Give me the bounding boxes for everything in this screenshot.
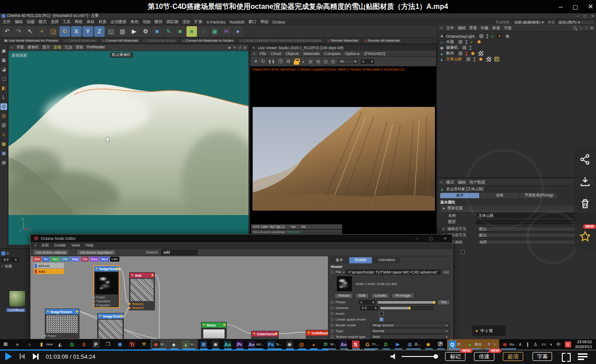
node-octdiffuse2[interactable]: OctDiffuse2 <box>306 330 328 339</box>
power-input[interactable]: 1.⇅ <box>359 300 376 305</box>
search-result-osl[interactable]: add.osl <box>34 263 64 268</box>
focus-icon[interactable]: ✶ <box>254 59 258 64</box>
tray-icon[interactable]: ∧ <box>518 342 521 347</box>
taskbar-item[interactable]: ▣ <box>114 339 126 349</box>
port-texture2[interactable]: Texture2 <box>130 306 154 310</box>
play-button[interactable] <box>5 352 12 360</box>
menu-item[interactable]: Materials <box>304 51 320 56</box>
taskbar-item[interactable]: Ae Ad... <box>246 339 265 349</box>
output-port[interactable] <box>223 324 225 326</box>
fit-image-button[interactable]: Fit Image <box>392 293 414 298</box>
keyframe-dot[interactable] <box>331 270 334 274</box>
toolbar-icon[interactable]: ◱ <box>106 26 116 37</box>
category-tab[interactable]: Med <box>100 257 109 262</box>
taskbar-item[interactable]: Ⓟ <box>435 339 447 349</box>
toolbar-icon[interactable]: ▥ <box>117 26 128 37</box>
taskbar-item[interactable]: ○ <box>24 339 36 349</box>
keyframe-dot[interactable] <box>331 318 334 321</box>
get-active-tag-button[interactable]: Get Active tag/object <box>77 250 115 255</box>
close-button[interactable]: ✕ <box>443 236 447 241</box>
locate-button[interactable]: Locate <box>371 293 389 298</box>
invert-checkbox[interactable] <box>379 312 383 316</box>
taskbar-item[interactable]: ◉ Ba... <box>499 339 518 349</box>
menu-item[interactable]: 过滤 <box>64 45 72 50</box>
material-toolbar-button[interactable]: ● Convert to Nodes <box>142 38 178 43</box>
menu-item[interactable]: 选项 <box>53 45 61 50</box>
timeline-marker[interactable] <box>1 251 5 255</box>
menu-item[interactable]: 编辑 <box>458 25 466 31</box>
ime-indicator[interactable]: 中 <box>557 341 561 348</box>
output-port[interactable] <box>120 315 122 317</box>
hamburger-icon[interactable]: ≡ <box>253 51 255 56</box>
previous-button[interactable] <box>20 353 25 359</box>
mode-icon[interactable]: ▣ <box>0 47 7 54</box>
material-toolbar-button[interactable]: ● Render All Materials <box>362 38 403 43</box>
taskbar-item[interactable]: ▶ <box>392 339 404 349</box>
gear-tag-icon[interactable]: ⚙ <box>505 34 510 39</box>
keyframe-dot[interactable] <box>331 306 334 309</box>
expand-icon[interactable]: ⊞ <box>243 46 246 50</box>
minimize-button[interactable]: ─ <box>559 4 563 10</box>
c4d-minimize-button[interactable]: ─ <box>576 14 579 18</box>
search-input[interactable]: add <box>161 250 197 255</box>
toolbar-icon[interactable]: X <box>71 26 82 37</box>
menu-item[interactable]: Octane <box>272 20 285 24</box>
menu-item[interactable]: Create <box>54 243 66 247</box>
node-graph-canvas[interactable]: MatTexGenOSLMapOthEmsMedC4D add.osl Add … <box>31 256 328 339</box>
menu-item[interactable]: 帮助 <box>261 19 268 25</box>
speed-button[interactable]: 倍速 NEW <box>474 352 494 361</box>
texture-tag-icon[interactable] <box>478 51 483 56</box>
material-toolbar-button[interactable]: ● Render Materials <box>325 38 361 43</box>
taskbar-item[interactable]: Ti <box>126 339 138 349</box>
mark-button[interactable]: 标记 NEW <box>445 352 466 361</box>
menu-item[interactable]: Option ▸ <box>345 51 360 56</box>
reset-icon[interactable]: ↺ <box>238 46 241 50</box>
c4d-close-button[interactable]: ✕ <box>591 14 594 18</box>
output-port[interactable] <box>275 333 277 335</box>
toolbar-icon[interactable]: ● <box>233 26 243 37</box>
keyframe-dot[interactable] <box>331 312 334 315</box>
mode-icon[interactable]: ▩ <box>0 159 7 166</box>
hamburger-icon[interactable]: ≡ <box>11 45 13 50</box>
get-active-material-button[interactable]: Get Active material <box>33 250 69 255</box>
mode-icon[interactable]: ▢ <box>0 75 7 82</box>
create-menu[interactable]: 创建 <box>5 264 12 269</box>
taskbar-item[interactable]: @ <box>296 339 308 349</box>
tray-icon[interactable]: ▭ <box>541 342 545 347</box>
layout-select[interactable]: 启动 (用户)▾ <box>557 20 595 25</box>
menu-item[interactable]: 查看 <box>469 25 477 31</box>
type-select[interactable]: Normal▾ <box>371 329 450 333</box>
mode-icon[interactable]: Ⓢ <box>0 113 7 119</box>
taskbar-item[interactable]: Q 未.. <box>447 339 464 349</box>
tab-animation[interactable]: Animation <box>373 257 400 263</box>
trash-icon[interactable] <box>579 198 591 210</box>
output-port[interactable] <box>151 274 154 276</box>
mode-icon[interactable]: ▦ <box>0 57 7 63</box>
menu-item[interactable]: 运动图形 <box>111 19 126 25</box>
tex-button[interactable]: Tex <box>438 300 450 305</box>
menu-item[interactable]: Edit <box>42 243 49 247</box>
enabled-check-icon[interactable]: ✓ <box>470 40 474 44</box>
toolbar-icon[interactable]: ▶ <box>129 26 139 37</box>
material-toolbar-button[interactable]: ● Create Materials from Selected Substan… <box>237 38 324 43</box>
menu-item[interactable]: 面板 <box>75 45 83 50</box>
toolbar-icon[interactable]: ↖ <box>25 26 36 37</box>
live-viewer-close-icon[interactable]: ✕ <box>252 46 255 50</box>
taskbar-item[interactable]: ◉ M... <box>150 339 168 349</box>
visibility-dots[interactable] <box>486 34 488 39</box>
polygon-filter-icon[interactable]: ◇ <box>580 26 583 30</box>
menu-item[interactable]: ProRender <box>87 45 105 50</box>
material-name[interactable]: OctDiffuse <box>6 308 25 312</box>
pause-icon[interactable]: ❚❚ <box>268 59 275 63</box>
star-icon[interactable] <box>579 231 591 243</box>
menu-item[interactable]: 查看 <box>16 45 24 50</box>
menu-item[interactable]: 标签 <box>492 25 500 31</box>
toolbar-icon[interactable]: ◲ <box>48 26 59 37</box>
picker-icon[interactable]: ◎ <box>324 59 328 64</box>
tray-icon[interactable]: ♙ <box>533 342 537 347</box>
picker2-icon[interactable]: ◎ <box>331 59 335 64</box>
edit-button[interactable]: Edit <box>355 293 369 298</box>
toolbar-icon[interactable]: ■ <box>186 26 197 37</box>
menu-item[interactable]: 跟踪器 <box>166 19 178 25</box>
seekbar[interactable] <box>0 349 596 351</box>
